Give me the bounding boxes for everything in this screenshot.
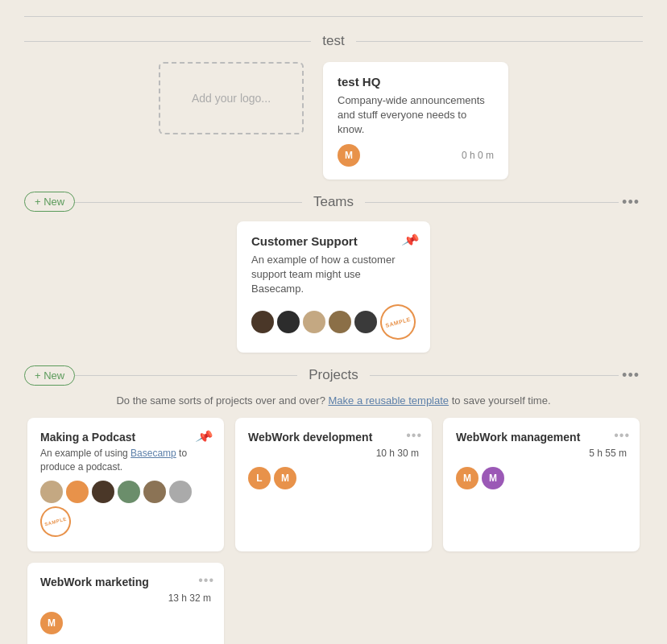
webwork-mgmt-menu[interactable]: ••• (614, 429, 630, 442)
team-avatar-5 (354, 311, 377, 333)
hq-row: Add your logo... test HQ Company-wide an… (24, 62, 643, 180)
team-avatar-4 (329, 311, 351, 333)
project-card-webwork-dev[interactable]: ••• WebWork development 10 h 30 m L M (235, 418, 432, 551)
teams-more-icon: ••• (622, 194, 640, 210)
podcast-avatar-2 (66, 481, 89, 503)
hq-avatar: M (338, 144, 360, 167)
team-card-description: An example of how a customer support tea… (251, 253, 416, 297)
projects-hint-text: Do the same sorts of projects over and o… (116, 394, 325, 407)
webwork-dev-avatars: L M (248, 467, 419, 489)
projects-more-icon: ••• (622, 367, 640, 383)
projects-section-title: Projects (297, 367, 369, 383)
podcast-avatar-6 (169, 481, 192, 503)
webwork-dev-menu[interactable]: ••• (406, 429, 422, 442)
team-avatar-3 (303, 311, 325, 333)
projects-new-label: + New (35, 369, 64, 382)
podcast-avatars: SAMPLE (40, 481, 211, 537)
webwork-mgmt-avatar-m1: M (456, 467, 478, 489)
webwork-mktg-avatar-m: M (40, 612, 63, 634)
webwork-mgmt-avatars: M M (456, 467, 627, 489)
project-card-podcast[interactable]: 📌 Making a Podcast An example of using B… (27, 418, 224, 551)
projects-hint-link[interactable]: Make a reusable template (328, 394, 449, 407)
teams-section-title: Teams (302, 194, 365, 210)
project-card-webwork-mgmt[interactable]: ••• WebWork management 5 h 55 m M M (443, 418, 640, 551)
team-sample-label: SAMPLE (385, 316, 412, 328)
projects-hint-suffix: to save yourself time. (452, 394, 551, 407)
workspace-title: test (311, 33, 355, 49)
teams-area: 📌 Customer Support An example of how a c… (24, 221, 643, 353)
team-avatar-2 (277, 311, 300, 333)
webwork-mgmt-title: WebWork management (456, 431, 627, 444)
podcast-avatar-3 (92, 481, 114, 503)
teams-more-button[interactable]: ••• (619, 195, 643, 209)
podcast-description: An example of using Basecamp to produce … (40, 447, 211, 474)
podcast-avatar-4 (118, 481, 140, 503)
projects-hint: Do the same sorts of projects over and o… (24, 394, 643, 407)
team-card-customer-support[interactable]: 📌 Customer Support An example of how a c… (237, 221, 430, 353)
project-card-webwork-mktg[interactable]: ••• WebWork marketing 13 h 32 m M (27, 563, 224, 644)
webwork-mktg-menu[interactable]: ••• (198, 574, 214, 587)
webwork-dev-avatar-l: L (248, 467, 271, 489)
projects-more-button[interactable]: ••• (619, 368, 643, 382)
webwork-dev-time: 10 h 30 m (248, 447, 419, 460)
webwork-mktg-time: 13 h 32 m (40, 592, 211, 605)
hq-card-title: test HQ (338, 75, 494, 89)
team-avatar-1 (251, 311, 274, 333)
podcast-avatar-5 (143, 481, 166, 503)
team-sample-stamp: SAMPLE (376, 300, 420, 344)
hq-card-footer: M 0 h 0 m (338, 144, 494, 167)
hq-time: 0 h 0 m (462, 150, 494, 161)
webwork-mgmt-avatar-m2: M (482, 467, 504, 489)
hq-card-description: Company-wide announcements and stuff eve… (338, 93, 494, 138)
projects-grid: 📌 Making a Podcast An example of using B… (27, 418, 640, 644)
teams-new-button[interactable]: + New (24, 192, 75, 212)
team-card-title: Customer Support (251, 234, 416, 248)
podcast-avatar-1 (40, 481, 63, 503)
webwork-mgmt-time: 5 h 55 m (456, 447, 627, 460)
webwork-dev-title: WebWork development (248, 431, 419, 444)
webwork-mktg-avatars: M (40, 612, 211, 634)
logo-placeholder-text: Add your logo... (192, 92, 271, 105)
webwork-mktg-title: WebWork marketing (40, 576, 211, 588)
workspace-header: test (24, 33, 643, 49)
pin-icon: 📌 (401, 230, 420, 250)
team-card-avatars: SAMPLE (251, 304, 416, 340)
hq-card[interactable]: test HQ Company-wide announcements and s… (323, 62, 508, 180)
podcast-sample-stamp: SAMPLE (37, 502, 75, 540)
teams-new-label: + New (35, 196, 64, 208)
podcast-title: Making a Podcast (40, 431, 211, 444)
projects-new-button[interactable]: + New (24, 365, 75, 386)
projects-section-bar: + New Projects ••• (24, 367, 643, 383)
teams-section-bar: + New Teams ••• (24, 194, 643, 210)
logo-upload-area[interactable]: Add your logo... (159, 62, 304, 134)
webwork-dev-avatar-m: M (274, 467, 296, 489)
